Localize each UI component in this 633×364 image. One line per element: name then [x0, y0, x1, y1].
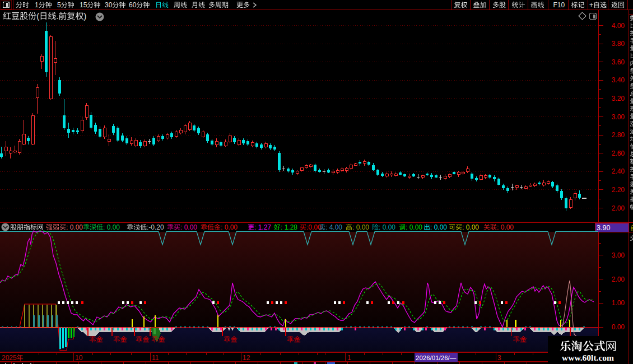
- svg-text:3.60: 3.60: [612, 58, 625, 66]
- svg-text:2026/01/26/—: 2026/01/26/—: [416, 354, 457, 361]
- svg-text:3.00: 3.00: [612, 113, 625, 121]
- svg-text:1: 1: [35, 1, 39, 9]
- svg-text:5: 5: [57, 1, 61, 9]
- svg-text:: 0.00: : 0.00: [462, 223, 479, 231]
- svg-text:15: 15: [80, 1, 87, 9]
- svg-text:3.90: 3.90: [597, 224, 610, 232]
- svg-text:3: 3: [497, 354, 501, 362]
- svg-text:3.40: 3.40: [612, 76, 625, 84]
- svg-text:60: 60: [129, 1, 137, 9]
- svg-text:): ): [84, 12, 87, 21]
- svg-text:3.00: 3.00: [612, 251, 625, 259]
- svg-text:: 0.00: : 0.00: [103, 223, 120, 231]
- svg-text:10: 10: [75, 354, 83, 362]
- svg-text:: 1.27: : 1.27: [254, 223, 271, 231]
- svg-text:F10: F10: [553, 1, 565, 9]
- svg-text:(: (: [36, 12, 39, 21]
- svg-text:+: +: [589, 1, 593, 9]
- svg-text:: 1.28: : 1.28: [281, 223, 297, 231]
- svg-text::0.00: :0.00: [306, 223, 322, 231]
- svg-text:2.00: 2.00: [612, 276, 625, 283]
- svg-text:2.60: 2.60: [612, 150, 625, 157]
- svg-text:: 4.00: : 4.00: [325, 223, 342, 231]
- svg-text:www.60lt.com: www.60lt.com: [562, 353, 614, 362]
- svg-text::-0.20: :-0.20: [147, 223, 164, 231]
- svg-text:: 0.00: : 0.00: [430, 223, 447, 231]
- svg-text:12: 12: [243, 354, 250, 362]
- svg-text:2025: 2025: [2, 354, 17, 362]
- svg-text:1.00: 1.00: [612, 299, 625, 307]
- svg-text:: 0.00: : 0.00: [66, 223, 83, 231]
- svg-text:: 0.00: : 0.00: [406, 223, 422, 231]
- svg-text:: 0.00: : 0.00: [221, 223, 238, 231]
- svg-text:: 0.00: : 0.00: [497, 223, 514, 231]
- svg-text:: 0.00: : 0.00: [180, 223, 197, 231]
- svg-text:3.80: 3.80: [612, 40, 625, 48]
- svg-text:: 0.00: : 0.00: [352, 223, 369, 231]
- svg-text:: 0.00: : 0.00: [379, 223, 395, 231]
- svg-text:11: 11: [152, 354, 159, 362]
- svg-text:2.80: 2.80: [612, 131, 625, 139]
- svg-text:2.40: 2.40: [612, 167, 625, 175]
- svg-text:2.00: 2.00: [612, 204, 625, 212]
- svg-text:.: .: [56, 12, 58, 21]
- svg-text:0.00: 0.00: [612, 323, 625, 331]
- svg-text:1: 1: [347, 354, 351, 362]
- svg-text:4.00: 4.00: [612, 22, 625, 30]
- svg-text:30: 30: [105, 1, 113, 9]
- svg-text:2.20: 2.20: [612, 186, 625, 194]
- svg-text:3.20: 3.20: [612, 95, 625, 102]
